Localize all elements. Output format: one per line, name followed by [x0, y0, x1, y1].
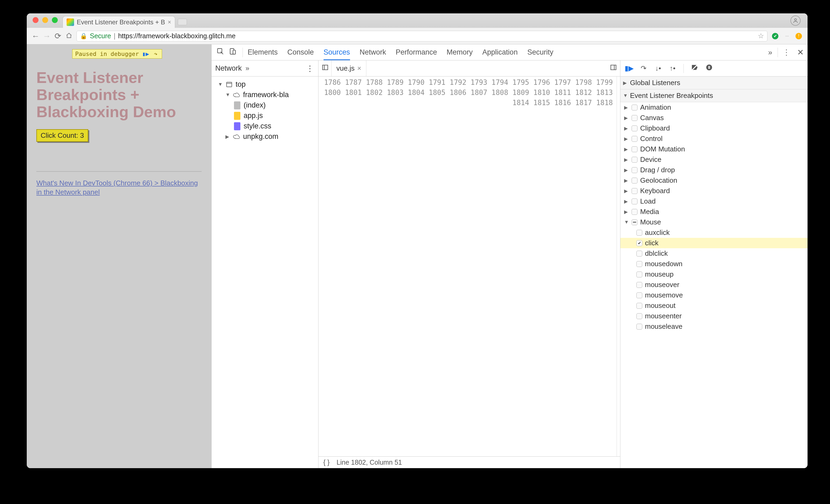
devtools-tab-performance[interactable]: Performance — [396, 44, 437, 60]
elb-category[interactable]: ▶Animation — [620, 102, 807, 113]
elb-category[interactable]: ▶Geolocation — [620, 175, 807, 186]
checkbox-icon[interactable] — [632, 157, 637, 163]
tree-top[interactable]: ▼ top — [213, 79, 317, 90]
checkbox-icon[interactable] — [632, 115, 637, 121]
checkbox-icon[interactable]: ✔ — [636, 240, 642, 246]
omnibox[interactable]: 🔒 Secure | https://framework-blackboxing… — [76, 31, 767, 41]
accordion-event-listener-bp[interactable]: ▼ Event Listener Breakpoints — [620, 89, 807, 102]
elb-event-mouseleave[interactable]: mouseleave — [620, 321, 807, 332]
checkbox-icon[interactable] — [636, 282, 642, 288]
step-over-icon[interactable]: ↷ — [639, 64, 648, 72]
home-button[interactable] — [65, 32, 73, 41]
browser-tab[interactable]: Event Listener Breakpoints + B × — [63, 16, 175, 28]
extension-3[interactable]: ! — [795, 32, 803, 40]
device-toggle-icon[interactable] — [228, 48, 238, 57]
elb-event-mousedown[interactable]: mousedown — [620, 259, 807, 269]
pause-exceptions-icon[interactable] — [705, 64, 714, 73]
extension-2[interactable]: ⋯ — [783, 32, 791, 40]
checkbox-icon[interactable] — [632, 198, 637, 204]
whats-new-link[interactable]: What's New In DevTools (Chrome 66) > Bla… — [36, 179, 202, 197]
maximize-window-icon[interactable] — [52, 17, 58, 23]
elb-event-mouseup[interactable]: mouseup — [620, 269, 807, 280]
checkbox-icon[interactable] — [636, 272, 642, 277]
close-window-icon[interactable] — [33, 17, 38, 23]
devtools-tab-elements[interactable]: Elements — [248, 44, 278, 60]
elb-event-dblclick[interactable]: dblclick — [620, 248, 807, 259]
minimize-window-icon[interactable] — [42, 17, 48, 23]
tree-file-appjs[interactable]: app.js — [213, 111, 317, 121]
tree-file-index[interactable]: (index) — [213, 100, 317, 111]
checkbox-icon[interactable] — [632, 178, 637, 184]
checkbox-icon[interactable] — [636, 303, 642, 309]
tree-file-stylecss[interactable]: style.css — [213, 121, 317, 131]
code-area[interactable]: 1786 1787 1788 1789 1790 1791 1792 1793 … — [318, 76, 620, 456]
mini-step-icon[interactable]: ↷ — [152, 51, 159, 57]
toggle-debugger-icon[interactable] — [610, 64, 617, 73]
checkbox-icon[interactable] — [632, 209, 637, 215]
checkbox-icon[interactable] — [636, 230, 642, 236]
devtools-tab-network[interactable]: Network — [360, 44, 386, 60]
elb-event-mousemove[interactable]: mousemove — [620, 290, 807, 301]
deactivate-bp-icon[interactable] — [690, 64, 699, 73]
elb-event-auxclick[interactable]: auxclick — [620, 227, 807, 238]
back-button[interactable]: ← — [32, 32, 39, 41]
navigator-more-icon[interactable]: » — [246, 64, 249, 72]
checkbox-icon[interactable] — [636, 313, 642, 319]
devtools-more-icon[interactable]: » — [768, 48, 773, 57]
elb-event-click[interactable]: ✔click — [620, 238, 807, 248]
step-into-icon[interactable]: ↓• — [653, 64, 663, 72]
navigator-tab[interactable]: Network — [215, 64, 242, 72]
checkbox-icon[interactable] — [632, 146, 637, 152]
devtools-close-icon[interactable]: ✕ — [797, 48, 804, 57]
resume-icon[interactable]: ▮▶ — [625, 64, 634, 72]
elb-category[interactable]: ▶Canvas — [620, 113, 807, 123]
devtools-tab-memory[interactable]: Memory — [447, 44, 473, 60]
tree-domain[interactable]: ▼ framework-bla — [213, 90, 317, 100]
elb-category[interactable]: ▶Clipboard — [620, 123, 807, 133]
elb-category[interactable]: ▶Keyboard — [620, 186, 807, 196]
elb-category[interactable]: ▶Drag / drop — [620, 165, 807, 175]
elb-category[interactable]: ▶DOM Mutation — [620, 144, 807, 154]
checkbox-icon[interactable] — [632, 125, 637, 131]
tree-unpkg[interactable]: ▶ unpkg.com — [213, 131, 317, 142]
checkbox-icon[interactable] — [636, 324, 642, 329]
devtools-tab-application[interactable]: Application — [482, 44, 518, 60]
step-out-icon[interactable]: ↑• — [668, 64, 677, 72]
accordion-global-listeners[interactable]: ▶ Global Listeners — [620, 76, 807, 89]
devtools-menu-icon[interactable]: ⋮ — [783, 48, 791, 57]
checkbox-icon[interactable] — [632, 188, 637, 194]
checkbox-icon[interactable] — [636, 261, 642, 267]
elb-event-mouseout[interactable]: mouseout — [620, 301, 807, 311]
inspect-icon[interactable] — [215, 48, 225, 57]
elb-category[interactable]: ▶Load — [620, 196, 807, 207]
bookmark-icon[interactable]: ☆ — [758, 32, 764, 40]
checkbox-icon[interactable] — [632, 167, 637, 173]
mini-resume-icon[interactable]: ▮▶ — [142, 51, 149, 57]
elb-event-mouseover[interactable]: mouseover — [620, 280, 807, 290]
elb-category-mouse[interactable]: ▼Mouse — [620, 217, 807, 227]
new-tab-button[interactable] — [178, 19, 187, 25]
elb-event-mouseenter[interactable]: mouseenter — [620, 311, 807, 321]
reload-button[interactable]: ⟳ — [54, 31, 62, 41]
toggle-navigator-icon[interactable] — [322, 64, 329, 73]
elb-category[interactable]: ▶Control — [620, 133, 807, 144]
elb-category[interactable]: ▶Media — [620, 207, 807, 217]
close-tab-icon[interactable]: × — [168, 19, 171, 26]
profile-button[interactable] — [791, 15, 801, 26]
forward-button[interactable]: → — [43, 32, 50, 41]
pretty-print-icon[interactable]: { } — [323, 459, 330, 466]
click-count-button[interactable]: Click Count: 3 — [36, 129, 88, 142]
extension-1[interactable]: ✔ — [771, 32, 779, 40]
checkbox-icon[interactable] — [636, 251, 642, 256]
checkbox-icon[interactable] — [632, 136, 637, 142]
checkbox-icon[interactable] — [632, 104, 637, 111]
checkbox-icon[interactable] — [636, 292, 642, 298]
devtools-tab-sources[interactable]: Sources — [324, 44, 350, 60]
checkbox-mixed-icon[interactable] — [632, 219, 637, 225]
navigator-menu-icon[interactable]: ⋮ — [306, 64, 315, 73]
close-editor-tab-icon[interactable]: × — [357, 64, 361, 72]
editor-tab[interactable]: vue.js × — [331, 60, 366, 76]
elb-category[interactable]: ▶Device — [620, 154, 807, 165]
devtools-tab-security[interactable]: Security — [527, 44, 553, 60]
devtools-tab-console[interactable]: Console — [287, 44, 314, 60]
